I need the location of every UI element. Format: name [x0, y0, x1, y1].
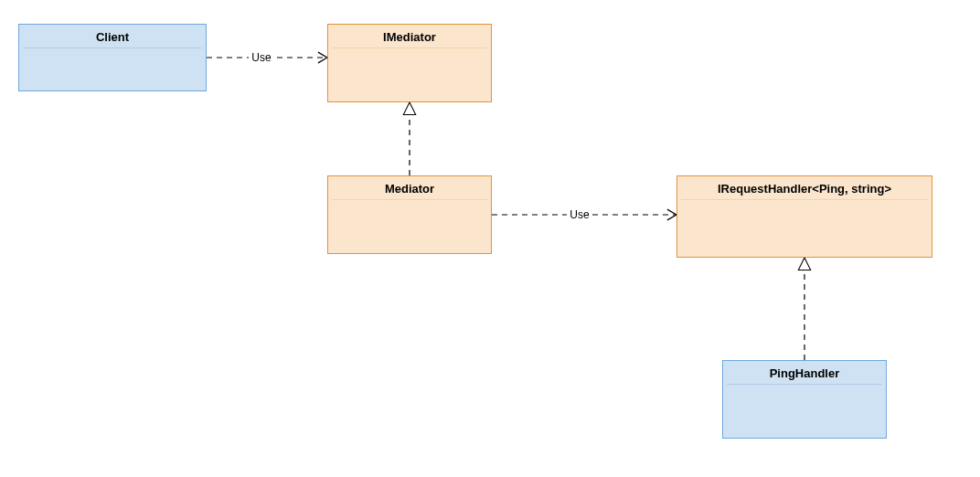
interface-imediator[interactable]: IMediator — [327, 24, 492, 102]
class-client[interactable]: Client — [18, 24, 207, 91]
interface-irequesthandler-separator — [681, 199, 928, 200]
class-client-separator — [23, 48, 202, 48]
interface-imediator-separator — [332, 48, 487, 48]
edge-label-bg — [249, 50, 274, 65]
class-mediator[interactable]: Mediator — [327, 175, 492, 254]
class-mediator-title: Mediator — [328, 176, 491, 199]
class-pinghandler-title: PingHandler — [723, 361, 886, 384]
class-client-title: Client — [19, 25, 206, 48]
edge-label-mediator-ireq: Use — [570, 208, 590, 221]
edge-label-client-imediator: Use — [251, 51, 272, 64]
edge-label-bg — [567, 207, 592, 222]
class-pinghandler[interactable]: PingHandler — [722, 360, 887, 439]
interface-irequesthandler-title: IRequestHandler<Ping, string> — [677, 176, 932, 199]
class-pinghandler-separator — [727, 384, 882, 385]
interface-imediator-title: IMediator — [328, 25, 491, 48]
interface-irequesthandler[interactable]: IRequestHandler<Ping, string> — [676, 175, 932, 258]
class-mediator-separator — [332, 199, 487, 200]
